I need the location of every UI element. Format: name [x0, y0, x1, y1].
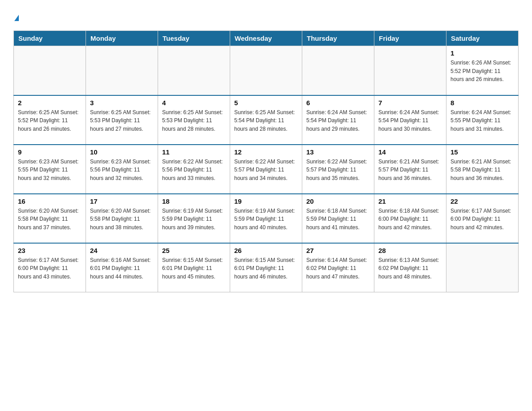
day-info: Sunrise: 6:17 AM Sunset: 6:00 PM Dayligh… — [18, 256, 82, 281]
calendar-day-cell: 19Sunrise: 6:19 AM Sunset: 5:59 PM Dayli… — [230, 194, 302, 243]
day-info: Sunrise: 6:25 AM Sunset: 5:52 PM Dayligh… — [18, 108, 82, 133]
calendar-day-cell: 15Sunrise: 6:21 AM Sunset: 5:58 PM Dayli… — [446, 145, 519, 194]
day-info: Sunrise: 6:14 AM Sunset: 6:02 PM Dayligh… — [306, 256, 370, 281]
calendar-day-cell: 22Sunrise: 6:17 AM Sunset: 6:00 PM Dayli… — [446, 194, 519, 243]
day-info: Sunrise: 6:19 AM Sunset: 5:59 PM Dayligh… — [234, 207, 298, 232]
day-info: Sunrise: 6:24 AM Sunset: 5:55 PM Dayligh… — [450, 108, 514, 133]
day-info: Sunrise: 6:17 AM Sunset: 6:00 PM Dayligh… — [450, 207, 514, 232]
day-number: 24 — [90, 247, 154, 254]
weekday-header-row: SundayMondayTuesdayWednesdayThursdayFrid… — [14, 31, 519, 46]
calendar-week-row: 16Sunrise: 6:20 AM Sunset: 5:58 PM Dayli… — [14, 194, 519, 243]
calendar-day-cell — [86, 46, 158, 95]
calendar-table: SundayMondayTuesdayWednesdayThursdayFrid… — [13, 30, 519, 292]
calendar-day-cell: 14Sunrise: 6:21 AM Sunset: 5:57 PM Dayli… — [374, 145, 446, 194]
day-info: Sunrise: 6:23 AM Sunset: 5:55 PM Dayligh… — [18, 158, 82, 183]
calendar-week-row: 1Sunrise: 6:26 AM Sunset: 5:52 PM Daylig… — [14, 46, 519, 95]
day-number: 22 — [450, 197, 514, 205]
calendar-day-cell — [230, 46, 302, 95]
calendar-day-cell: 6Sunrise: 6:24 AM Sunset: 5:54 PM Daylig… — [302, 95, 374, 145]
calendar-day-cell: 21Sunrise: 6:18 AM Sunset: 6:00 PM Dayli… — [374, 194, 446, 243]
calendar-day-cell: 12Sunrise: 6:22 AM Sunset: 5:57 PM Dayli… — [230, 145, 302, 194]
day-info: Sunrise: 6:13 AM Sunset: 6:02 PM Dayligh… — [378, 256, 442, 281]
day-info: Sunrise: 6:25 AM Sunset: 5:54 PM Dayligh… — [234, 108, 298, 133]
day-number: 21 — [378, 197, 442, 205]
calendar-week-row: 2Sunrise: 6:25 AM Sunset: 5:52 PM Daylig… — [14, 95, 519, 145]
day-info: Sunrise: 6:25 AM Sunset: 5:53 PM Dayligh… — [90, 108, 154, 133]
calendar-day-cell — [14, 46, 86, 95]
calendar-week-row: 9Sunrise: 6:23 AM Sunset: 5:55 PM Daylig… — [14, 145, 519, 194]
calendar-day-cell: 27Sunrise: 6:14 AM Sunset: 6:02 PM Dayli… — [302, 243, 374, 292]
day-info: Sunrise: 6:15 AM Sunset: 6:01 PM Dayligh… — [162, 256, 226, 281]
day-info: Sunrise: 6:20 AM Sunset: 5:58 PM Dayligh… — [90, 207, 154, 232]
calendar-day-cell: 24Sunrise: 6:16 AM Sunset: 6:01 PM Dayli… — [86, 243, 158, 292]
day-number: 3 — [90, 99, 154, 107]
calendar-day-cell: 17Sunrise: 6:20 AM Sunset: 5:58 PM Dayli… — [86, 194, 158, 243]
logo-triangle-icon — [14, 15, 19, 21]
day-info: Sunrise: 6:19 AM Sunset: 5:59 PM Dayligh… — [162, 207, 226, 232]
weekday-header-friday: Friday — [374, 31, 446, 46]
day-number: 9 — [18, 148, 82, 156]
day-info: Sunrise: 6:22 AM Sunset: 5:56 PM Dayligh… — [162, 158, 226, 183]
calendar-day-cell: 18Sunrise: 6:19 AM Sunset: 5:59 PM Dayli… — [158, 194, 230, 243]
calendar-day-cell: 26Sunrise: 6:15 AM Sunset: 6:01 PM Dayli… — [230, 243, 302, 292]
day-info: Sunrise: 6:16 AM Sunset: 6:01 PM Dayligh… — [90, 256, 154, 281]
weekday-header-wednesday: Wednesday — [230, 31, 302, 46]
calendar-day-cell — [374, 46, 446, 95]
day-number: 18 — [162, 197, 226, 205]
logo — [13, 13, 19, 23]
day-number: 28 — [378, 247, 442, 254]
day-info: Sunrise: 6:15 AM Sunset: 6:01 PM Dayligh… — [234, 256, 298, 281]
calendar-week-row: 23Sunrise: 6:17 AM Sunset: 6:00 PM Dayli… — [14, 243, 519, 292]
weekday-header-sunday: Sunday — [14, 31, 86, 46]
day-info: Sunrise: 6:18 AM Sunset: 5:59 PM Dayligh… — [306, 207, 370, 232]
day-info: Sunrise: 6:24 AM Sunset: 5:54 PM Dayligh… — [378, 108, 442, 133]
day-info: Sunrise: 6:24 AM Sunset: 5:54 PM Dayligh… — [306, 108, 370, 133]
day-number: 16 — [18, 197, 82, 205]
day-number: 14 — [378, 148, 442, 156]
calendar-day-cell: 11Sunrise: 6:22 AM Sunset: 5:56 PM Dayli… — [158, 145, 230, 194]
day-info: Sunrise: 6:20 AM Sunset: 5:58 PM Dayligh… — [18, 207, 82, 232]
day-number: 8 — [450, 99, 514, 107]
day-info: Sunrise: 6:23 AM Sunset: 5:56 PM Dayligh… — [90, 158, 154, 183]
day-number: 17 — [90, 197, 154, 205]
calendar-day-cell: 2Sunrise: 6:25 AM Sunset: 5:52 PM Daylig… — [14, 95, 86, 145]
day-info: Sunrise: 6:21 AM Sunset: 5:57 PM Dayligh… — [378, 158, 442, 183]
day-info: Sunrise: 6:25 AM Sunset: 5:53 PM Dayligh… — [162, 108, 226, 133]
calendar-day-cell: 23Sunrise: 6:17 AM Sunset: 6:00 PM Dayli… — [14, 243, 86, 292]
day-number: 1 — [450, 49, 514, 57]
day-number: 23 — [18, 247, 82, 254]
calendar-day-cell: 4Sunrise: 6:25 AM Sunset: 5:53 PM Daylig… — [158, 95, 230, 145]
day-info: Sunrise: 6:22 AM Sunset: 5:57 PM Dayligh… — [306, 158, 370, 183]
day-info: Sunrise: 6:22 AM Sunset: 5:57 PM Dayligh… — [234, 158, 298, 183]
day-number: 10 — [90, 148, 154, 156]
day-info: Sunrise: 6:26 AM Sunset: 5:52 PM Dayligh… — [450, 59, 514, 84]
calendar-day-cell: 3Sunrise: 6:25 AM Sunset: 5:53 PM Daylig… — [86, 95, 158, 145]
day-number: 19 — [234, 197, 298, 205]
day-number: 5 — [234, 99, 298, 107]
calendar-day-cell: 5Sunrise: 6:25 AM Sunset: 5:54 PM Daylig… — [230, 95, 302, 145]
weekday-header-saturday: Saturday — [446, 31, 519, 46]
day-number: 25 — [162, 247, 226, 254]
day-number: 20 — [306, 197, 370, 205]
calendar-day-cell: 25Sunrise: 6:15 AM Sunset: 6:01 PM Dayli… — [158, 243, 230, 292]
day-number: 2 — [18, 99, 82, 107]
day-number: 7 — [378, 99, 442, 107]
weekday-header-tuesday: Tuesday — [158, 31, 230, 46]
calendar-day-cell — [302, 46, 374, 95]
day-number: 27 — [306, 247, 370, 254]
page-header — [13, 11, 519, 23]
day-number: 26 — [234, 247, 298, 254]
calendar-day-cell: 9Sunrise: 6:23 AM Sunset: 5:55 PM Daylig… — [14, 145, 86, 194]
day-number: 6 — [306, 99, 370, 107]
calendar-day-cell: 28Sunrise: 6:13 AM Sunset: 6:02 PM Dayli… — [374, 243, 446, 292]
day-number: 4 — [162, 99, 226, 107]
calendar-day-cell: 10Sunrise: 6:23 AM Sunset: 5:56 PM Dayli… — [86, 145, 158, 194]
calendar-day-cell — [446, 243, 519, 292]
calendar-day-cell: 8Sunrise: 6:24 AM Sunset: 5:55 PM Daylig… — [446, 95, 519, 145]
calendar-day-cell — [158, 46, 230, 95]
day-number: 13 — [306, 148, 370, 156]
calendar-day-cell: 7Sunrise: 6:24 AM Sunset: 5:54 PM Daylig… — [374, 95, 446, 145]
weekday-header-monday: Monday — [86, 31, 158, 46]
day-info: Sunrise: 6:21 AM Sunset: 5:58 PM Dayligh… — [450, 158, 514, 183]
calendar-day-cell: 13Sunrise: 6:22 AM Sunset: 5:57 PM Dayli… — [302, 145, 374, 194]
